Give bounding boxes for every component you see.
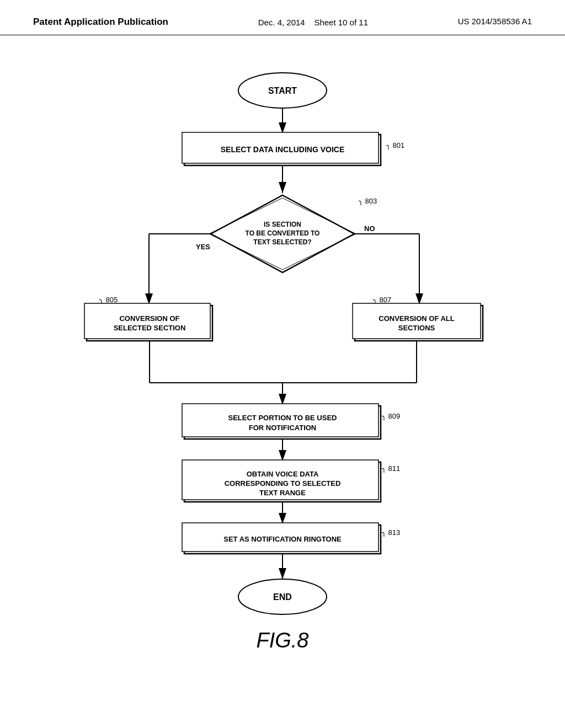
svg-text:END: END [273,592,292,602]
svg-text:SELECT DATA INCLUDING VOICE: SELECT DATA INCLUDING VOICE [221,145,345,154]
svg-text:CONVERSION OF: CONVERSION OF [119,314,179,323]
svg-text:IS SECTION: IS SECTION [264,221,301,228]
svg-text:TEXT SELECTED?: TEXT SELECTED? [253,238,311,246]
svg-text:FIG.8: FIG.8 [256,629,308,652]
svg-text:SELECTED SECTION: SELECTED SECTION [114,324,186,332]
svg-text:SECTIONS: SECTIONS [398,324,435,332]
svg-text:START: START [268,86,297,95]
svg-text:SET AS NOTIFICATION RINGTONE: SET AS NOTIFICATION RINGTONE [223,535,342,543]
publication-date-sheet: Dec. 4, 2014 Sheet 10 of 11 [258,17,368,29]
publication-title: Patent Application Publication [33,17,168,28]
sheet-number: Sheet 10 of 11 [314,18,368,27]
flowchart-diagram: START SELECT DATA INCLUDING VOICE ╮ 801 … [0,35,565,686]
svg-text:╮ 811: ╮ 811 [381,464,400,473]
svg-text:TEXT RANGE: TEXT RANGE [259,489,306,497]
publication-date: Dec. 4, 2014 [258,18,305,27]
svg-text:NO: NO [364,224,375,233]
svg-text:╮ 809: ╮ 809 [381,412,400,421]
page-header: Patent Application Publication Dec. 4, 2… [0,0,565,35]
svg-text:CONVERSION OF ALL: CONVERSION OF ALL [379,314,455,323]
svg-text:YES: YES [196,243,210,251]
svg-text:╮ 813: ╮ 813 [381,528,400,537]
svg-text:╮ 801: ╮ 801 [386,141,404,150]
svg-text:╮ 803: ╮ 803 [358,197,377,206]
svg-text:SELECT PORTION TO BE USED: SELECT PORTION TO BE USED [228,414,337,422]
svg-text:TO BE CONVERTED TO: TO BE CONVERTED TO [246,229,320,237]
svg-text:CORRESPONDING TO SELECTED: CORRESPONDING TO SELECTED [225,479,341,488]
publication-number: US 2014/358536 A1 [458,17,532,26]
svg-text:OBTAIN VOICE DATA: OBTAIN VOICE DATA [247,470,319,478]
svg-text:FOR NOTIFICATION: FOR NOTIFICATION [249,424,317,432]
